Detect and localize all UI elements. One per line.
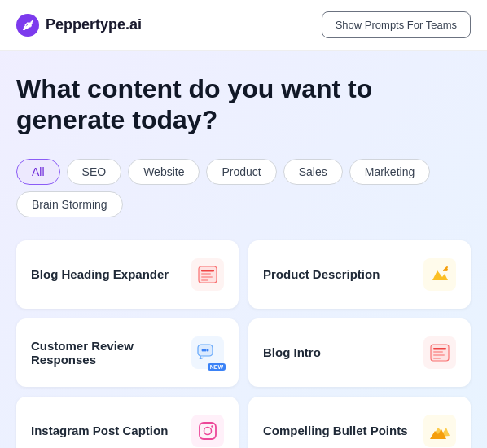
blog-heading-icon — [191, 258, 224, 291]
card-instagram[interactable]: Instagram Post Caption — [16, 397, 239, 448]
card-bullet-points-label: Compelling Bullet Points — [263, 424, 408, 437]
tab-product[interactable]: Product — [206, 159, 276, 185]
card-instagram-label: Instagram Post Caption — [31, 424, 168, 437]
logo-text: Peppertype.ai — [46, 16, 142, 33]
tab-website[interactable]: Website — [128, 159, 200, 185]
new-badge: NEW — [208, 363, 226, 371]
tab-seo[interactable]: SEO — [67, 159, 122, 185]
tab-sales[interactable]: Sales — [283, 159, 343, 185]
product-desc-icon-wrapper — [423, 258, 456, 291]
card-product-desc-label: Product Description — [263, 267, 380, 281]
bullet-points-icon — [423, 415, 456, 447]
card-product-desc[interactable]: Product Description — [248, 240, 471, 309]
card-blog-intro-label: Blog Intro — [263, 345, 321, 359]
svg-rect-2 — [201, 273, 211, 275]
customer-review-icon-wrapper: NEW — [191, 336, 224, 369]
cards-grid: Blog Heading Expander Product Descriptio… — [16, 240, 471, 448]
svg-rect-3 — [201, 276, 213, 278]
instagram-icon-wrapper — [191, 415, 224, 447]
svg-rect-13 — [433, 354, 445, 356]
header: 🌶 Peppertype.ai Show Prompts For Teams — [0, 0, 487, 51]
logo-area: 🌶 Peppertype.ai — [16, 14, 142, 37]
blog-heading-icon-wrapper — [191, 258, 224, 291]
blog-intro-icon — [423, 336, 456, 369]
filter-tabs: All SEO Website Product Sales Marketing … — [16, 159, 471, 217]
svg-point-5 — [445, 268, 448, 271]
svg-point-7 — [202, 349, 204, 351]
page-title: What content do you want to generate tod… — [16, 73, 471, 136]
main-content: What content do you want to generate tod… — [0, 51, 487, 448]
card-customer-review[interactable]: Customer Review Responses NEW — [16, 318, 239, 387]
card-blog-heading-label: Blog Heading Expander — [31, 267, 169, 281]
card-blog-intro[interactable]: Blog Intro — [248, 318, 471, 387]
svg-rect-15 — [200, 423, 216, 439]
svg-point-17 — [211, 425, 213, 427]
svg-rect-14 — [433, 358, 441, 359]
card-bullet-points[interactable]: Compelling Bullet Points — [248, 397, 471, 448]
svg-rect-1 — [201, 270, 214, 272]
card-blog-heading[interactable]: Blog Heading Expander — [16, 240, 239, 309]
svg-point-8 — [204, 349, 207, 351]
product-desc-icon — [423, 258, 456, 291]
svg-rect-11 — [433, 348, 446, 350]
tab-marketing[interactable]: Marketing — [349, 159, 430, 185]
instagram-icon — [191, 415, 224, 447]
show-prompts-teams-button[interactable]: Show Prompts For Teams — [322, 11, 471, 38]
logo-icon: 🌶 — [16, 14, 39, 37]
tab-all[interactable]: All — [16, 159, 60, 185]
bullet-points-icon-wrapper — [423, 415, 456, 447]
svg-rect-12 — [433, 351, 443, 353]
card-customer-review-label: Customer Review Responses — [31, 339, 191, 367]
svg-point-9 — [207, 349, 209, 351]
blog-intro-icon-wrapper — [423, 336, 456, 369]
tab-brainstorming[interactable]: Brain Storming — [16, 191, 123, 217]
svg-rect-4 — [201, 279, 208, 281]
